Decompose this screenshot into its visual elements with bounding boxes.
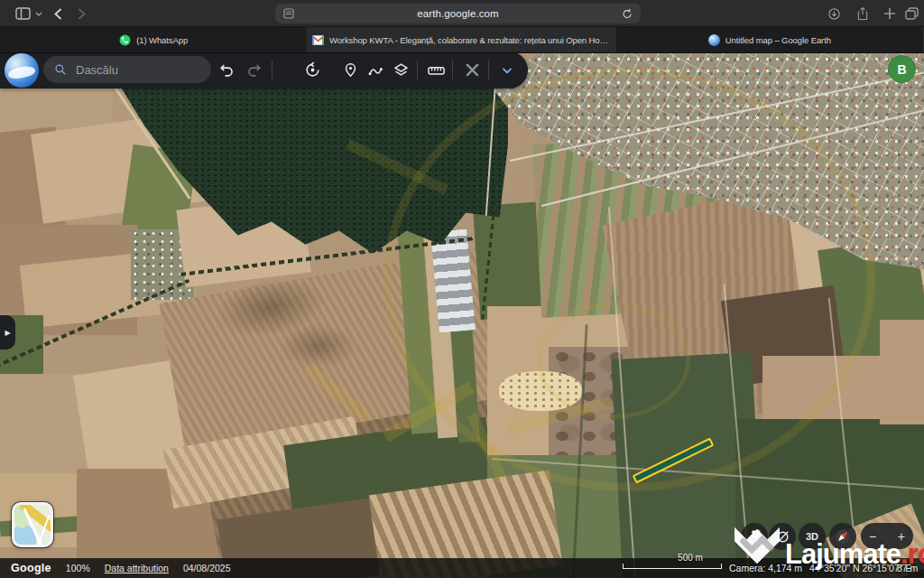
data-attribution-link[interactable]: Data attribution <box>105 563 169 573</box>
sidebar-chevron-icon[interactable] <box>32 0 45 27</box>
back-button[interactable] <box>49 0 67 27</box>
tab-overview-icon[interactable] <box>901 0 922 27</box>
share-icon[interactable] <box>852 0 873 27</box>
search-text: Dascălu <box>76 63 118 77</box>
scale-bar: 500 m <box>623 553 722 569</box>
earth-globe-icon <box>708 34 720 46</box>
scale-label: 500 m <box>659 553 722 563</box>
toolbar-expand-chevron-icon[interactable] <box>495 59 519 81</box>
tab-whatsapp[interactable]: (1) WhatsApp <box>0 27 308 52</box>
sidebar-toggle-icon[interactable] <box>13 0 32 27</box>
toolbar-divider <box>272 61 273 79</box>
search-input[interactable]: Dascălu <box>43 56 211 83</box>
account-avatar[interactable]: B <box>888 55 916 83</box>
measure-ruler-icon[interactable] <box>424 59 448 81</box>
downloads-icon[interactable] <box>823 0 845 27</box>
tab-bar: (1) WhatsApp Workshop KWTA - Eleganță, c… <box>0 27 924 53</box>
tab-label: (1) WhatsApp <box>136 35 188 45</box>
google-logo: Google <box>11 562 51 574</box>
tab-gmail-workshop[interactable]: Workshop KWTA - Eleganță, colaborare & r… <box>308 27 615 52</box>
watermark-brand: Lajumate.ro <box>785 542 924 567</box>
url-text: earth.google.com <box>302 8 614 19</box>
page-settings-icon[interactable] <box>275 0 302 27</box>
tab-label: Untitled map – Google Earth <box>725 35 831 45</box>
imagery-zoom-percent: 100% <box>66 563 90 573</box>
forward-button[interactable] <box>72 0 90 27</box>
avatar-initial: B <box>897 62 906 77</box>
tab-google-earth[interactable]: Untitled map – Google Earth <box>616 27 924 52</box>
undo-button[interactable] <box>215 59 238 81</box>
google-earth-logo[interactable] <box>5 53 39 88</box>
browser-window: earth.google.com (1) WhatsApp <box>0 0 924 578</box>
gmail-icon <box>312 35 324 45</box>
toolbar-divider <box>488 61 489 79</box>
satellite-map[interactable] <box>0 53 924 578</box>
address-bar[interactable]: earth.google.com <box>275 4 641 23</box>
scale-line <box>623 564 722 569</box>
lajumate-watermark: Lajumate.ro <box>731 522 924 567</box>
new-tab-icon[interactable] <box>879 0 901 27</box>
side-panel-handle[interactable]: ▶ <box>0 315 15 350</box>
toolbar-divider <box>452 61 453 79</box>
whatsapp-icon <box>119 34 131 46</box>
redo-button[interactable] <box>242 59 265 81</box>
tab-label: Workshop KWTA - Eleganță, colaborare & r… <box>329 35 611 45</box>
earth-toolbar: Dascălu <box>0 51 528 89</box>
overview-minimap[interactable] <box>12 502 53 547</box>
layers-icon[interactable] <box>389 59 412 81</box>
toolbar-divider <box>417 61 418 79</box>
watermark-tld: .ro <box>901 538 924 570</box>
tools-icon[interactable] <box>460 59 484 81</box>
placemark-pin-icon[interactable] <box>338 59 362 81</box>
search-icon <box>54 63 67 76</box>
lajumate-logo-icon <box>731 522 783 567</box>
reload-icon[interactable] <box>614 0 641 27</box>
browser-toolbar: earth.google.com <box>0 0 924 27</box>
expand-arrow-icon: ▶ <box>5 329 10 337</box>
imagery-date: 04/08/2025 <box>183 563 231 573</box>
historical-imagery-icon[interactable] <box>300 59 324 81</box>
draw-path-icon[interactable] <box>364 59 387 81</box>
